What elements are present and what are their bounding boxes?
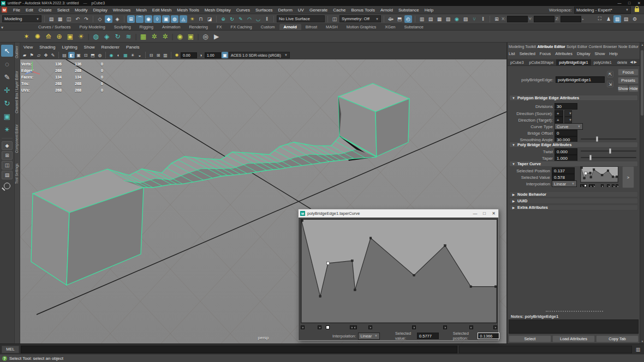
notes-textarea[interactable]: [509, 319, 639, 334]
symmetry-icon[interactable]: ◫: [331, 15, 338, 23]
x-input[interactable]: [507, 16, 528, 22]
curve-plot-area[interactable]: [301, 219, 497, 323]
textured-icon[interactable]: ▣: [75, 52, 82, 58]
history-icon-4[interactable]: ◠: [246, 15, 253, 23]
shelf-icon-16[interactable]: ◉: [175, 32, 184, 41]
save-scene-icon[interactable]: ◫: [65, 15, 73, 23]
node-tab-2[interactable]: polyBridgeEdge1: [556, 59, 591, 65]
section-node-behavior[interactable]: ▶ Node Behavior: [509, 191, 638, 197]
menu-9[interactable]: Mesh Tools: [174, 8, 201, 13]
copy-node-icon[interactable]: ⇲: [607, 81, 613, 87]
shelf-tab-13[interactable]: XGen: [380, 24, 399, 30]
paste-pane-icon[interactable]: ⊞: [155, 52, 162, 58]
twist-field[interactable]: 0.000: [554, 148, 577, 155]
curve-key-marker-7[interactable]: [607, 184, 610, 187]
menu-2[interactable]: Create: [36, 8, 55, 13]
ae-menu-6[interactable]: Help: [609, 51, 622, 56]
taper-curve-ramp-widget[interactable]: [580, 166, 618, 183]
ae-menu-2[interactable]: Focus: [540, 51, 555, 56]
snapshot-icon[interactable]: ▥: [162, 52, 169, 58]
snap-surface-icon[interactable]: ▣: [162, 15, 170, 23]
shelf-icon-0[interactable]: ✶: [22, 32, 31, 41]
interpolation-dropdown[interactable]: Linear▼: [358, 333, 380, 340]
direction-target-field[interactable]: +: [554, 117, 563, 123]
select-by-input-icon[interactable]: ◪: [206, 15, 213, 23]
history-icon-5[interactable]: ◡: [254, 15, 262, 23]
curve-key-marker-8[interactable]: [612, 184, 615, 187]
shelf-icon-2[interactable]: ⟰: [44, 32, 53, 41]
tab-modeling-toolkit[interactable]: Modeling Toolkit: [509, 45, 536, 49]
curve-key-marker-8[interactable]: [469, 325, 473, 329]
render-icon-6[interactable]: ▨: [462, 15, 469, 23]
new-scene-icon[interactable]: ▤: [47, 15, 55, 23]
curve-key-marker-6[interactable]: [601, 184, 604, 187]
curve-key-marker-2[interactable]: [584, 184, 587, 187]
ik-icon[interactable]: ⑂: [470, 15, 478, 23]
copy-pane-icon[interactable]: ⊟: [148, 52, 154, 58]
shadows-icon[interactable]: ⬒: [90, 52, 96, 58]
node-name-field[interactable]: polyBridgeEdge1: [556, 76, 605, 83]
frame-icon-2[interactable]: ⬒: [396, 15, 403, 23]
load-attributes-button[interactable]: Load Attributes: [552, 335, 595, 342]
ae-menu-5[interactable]: Show: [595, 51, 610, 56]
taper-curve-window[interactable]: M polyBridgeEdge1.taperCurve — □ ✕ Inter…: [298, 209, 499, 341]
curve-key-marker-7[interactable]: [443, 325, 447, 329]
selected-position-field[interactable]: 0.1366: [478, 333, 499, 339]
highlight-icon[interactable]: ☀: [188, 15, 196, 23]
ae-menu-4[interactable]: Display: [577, 51, 595, 56]
maya-menu-icon[interactable]: M: [2, 7, 7, 13]
menu-set-dropdown[interactable]: Modeling ▼: [2, 15, 41, 22]
view-transform-dropdown[interactable]: ACES 1.0 SDR-video (sRGB) ▼: [229, 52, 290, 58]
select-object-icon[interactable]: ◆: [105, 15, 112, 23]
construction-history-icon[interactable]: ⊕: [219, 15, 227, 23]
viewport-menu-3[interactable]: Show: [81, 45, 98, 51]
menu-16[interactable]: Cache: [330, 8, 348, 13]
curve-window-titlebar[interactable]: M polyBridgeEdge1.taperCurve — □ ✕: [299, 209, 498, 218]
shelf-menu-icon[interactable]: ▾: [1, 25, 5, 30]
interpolation-dropdown[interactable]: Linear▼: [552, 180, 577, 187]
selected-position-field[interactable]: 0.137: [552, 167, 575, 174]
section-taper-curve[interactable]: ▼ Taper Curve: [509, 161, 638, 167]
menu-6[interactable]: Windows: [110, 8, 133, 13]
ae-menu-0[interactable]: List: [509, 51, 520, 56]
taper-slider[interactable]: [581, 155, 636, 160]
menu-20[interactable]: Help: [422, 8, 436, 13]
shelf-icon-3[interactable]: ⊕: [55, 32, 64, 41]
paint-select-tool-button[interactable]: ✎: [1, 71, 13, 83]
shelf-tab-10[interactable]: Bifrost: [301, 24, 321, 30]
history-icon-3[interactable]: ✎: [237, 15, 245, 23]
snap-curve-icon[interactable]: ⌒: [136, 15, 144, 23]
shelf-tab-2[interactable]: Sculpting: [110, 24, 135, 30]
pause-icon[interactable]: ‖: [263, 15, 271, 23]
show-button[interactable]: Show: [618, 85, 628, 92]
node-tab-1[interactable]: pCube3Shape: [527, 59, 557, 65]
shelf-tab-7[interactable]: FX Caching: [226, 24, 257, 30]
sidebar-toggle-character-icon[interactable]: ♟: [605, 15, 612, 23]
bridge-offset-field[interactable]: 0: [554, 130, 577, 136]
shelf-tab-0[interactable]: Curves / Surfaces: [34, 24, 75, 30]
command-language-button[interactable]: MEL: [2, 346, 19, 353]
pin-node-icon[interactable]: ⇱: [607, 71, 613, 77]
default-material-icon[interactable]: ☀: [129, 52, 136, 58]
absolute-mode-icon[interactable]: ⊞: [493, 15, 500, 23]
layout-four-pane-button[interactable]: ⊞: [2, 151, 13, 160]
shelf-icon-10[interactable]: ≋: [124, 32, 133, 41]
minimize-button[interactable]: —: [470, 211, 480, 216]
camera-icon[interactable]: ▰: [21, 52, 28, 58]
menu-1[interactable]: Edit: [23, 8, 36, 13]
workspace-dropdown[interactable]: Modeling - Expert* ▼: [574, 7, 631, 14]
curve-key-marker-1[interactable]: [318, 325, 321, 329]
ae-menu-1[interactable]: Selected: [520, 51, 540, 56]
tab-script-editor[interactable]: Script Editor: [567, 45, 587, 49]
shelf-tab-11[interactable]: MASH: [321, 24, 342, 30]
2d-pan-icon[interactable]: ✥: [43, 52, 49, 58]
curve-key-marker-4[interactable]: [589, 184, 592, 187]
menu-7[interactable]: Mesh: [133, 8, 150, 13]
isolate-select-icon[interactable]: ◉: [108, 52, 115, 58]
scroll-up-icon[interactable]: ▲: [640, 43, 644, 46]
presets-button[interactable]: Presets: [618, 77, 639, 84]
sidebar-item-component-editor[interactable]: Component Editor: [15, 124, 20, 153]
wireframe-icon[interactable]: ▤: [61, 52, 68, 58]
shelf-icon-7[interactable]: ◍: [91, 32, 100, 41]
magnifier-icon[interactable]: [4, 183, 10, 189]
